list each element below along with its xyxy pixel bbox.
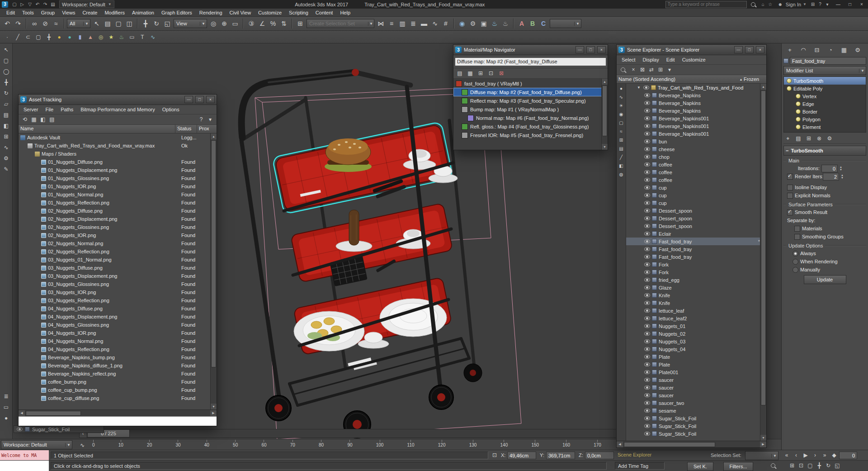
visibility-eye-icon[interactable]: [644, 301, 650, 305]
view-small-icons-icon[interactable]: ⊞: [476, 69, 485, 78]
menu-item[interactable]: Paths: [57, 107, 76, 112]
visibility-eye-icon[interactable]: [644, 201, 650, 205]
menu-item[interactable]: Modifiers: [101, 10, 128, 15]
delete-map-icon[interactable]: ⊠: [497, 69, 506, 78]
pan-view-icon[interactable]: ╋: [815, 461, 824, 470]
angle-snap-icon[interactable]: ∠: [257, 18, 268, 29]
material-navigator-title-bar[interactable]: 3 Material/Map Navigator — □ ×: [453, 45, 608, 55]
tree-item[interactable]: Dessert_spoon: [626, 214, 766, 222]
tree-root-item[interactable]: ▼ Tray_Cart_with_Red_Trays_and_Food: [626, 84, 766, 91]
y-coordinate-field[interactable]: 369,71cm: [546, 452, 575, 459]
table-row[interactable]: coffee_cup_diffuse.png Found: [19, 394, 217, 402]
zoom-icon[interactable]: [778, 461, 788, 470]
listener-icon[interactable]: ▭: [2, 403, 11, 412]
transform-lock-icon[interactable]: ⊡: [490, 451, 499, 460]
scroll-up-arrow[interactable]: ▲: [602, 79, 608, 85]
visibility-eye-icon[interactable]: [644, 309, 650, 313]
table-row[interactable]: coffee_bump.png Found: [19, 378, 217, 386]
tree-item[interactable]: lettuce_leaf: [626, 307, 766, 314]
display-containers-icon[interactable]: ◧: [618, 162, 625, 169]
modifier-stack-item[interactable]: Vertex: [784, 92, 866, 100]
refresh-assets-icon[interactable]: ⟲: [20, 115, 29, 124]
visibility-eye-icon[interactable]: [644, 224, 650, 228]
tree-item[interactable]: Fast_food_tray: [626, 253, 766, 261]
z-coordinate-field[interactable]: 0,0cm: [585, 452, 614, 459]
view-list-plus-maps-icon[interactable]: ▦: [466, 69, 475, 78]
table-row[interactable]: Beverage_Napkins_bump.png Found: [19, 353, 217, 362]
help-icon[interactable]: ?: [197, 115, 206, 124]
tree-item[interactable]: Beverage_Napkins: [626, 91, 766, 99]
table-row[interactable]: 01_Nuggets_Normal.png Found: [19, 190, 217, 199]
display-cameras-icon[interactable]: ◉: [618, 110, 625, 118]
tab-display[interactable]: ▦: [838, 44, 850, 55]
notifications-icon[interactable]: ▾: [824, 1, 831, 8]
object-name-field[interactable]: Fast_food_tray: [790, 57, 866, 65]
visibility-eye-icon[interactable]: [644, 116, 650, 120]
minimize-button[interactable]: —: [734, 46, 743, 53]
unlink-selection-icon[interactable]: ⊘: [40, 18, 51, 29]
curve-editor-icon[interactable]: ∿: [429, 18, 440, 29]
dummy-helper-icon[interactable]: ▢: [34, 33, 43, 42]
visibility-eye-icon[interactable]: [644, 124, 650, 128]
table-row[interactable]: 03_Nuggets_IOR.png Found: [19, 288, 217, 296]
tree-item[interactable]: Plate: [626, 361, 766, 368]
toggle-scene-explorer-icon[interactable]: ▥: [397, 18, 408, 29]
scroll-right-arrow[interactable]: ▶: [210, 410, 217, 416]
maximize-viewport-icon[interactable]: ◱: [833, 461, 842, 470]
crosshair-tool-icon[interactable]: ╋: [44, 33, 53, 42]
render-iterative-icon[interactable]: ♨: [500, 18, 511, 29]
display-xrefs-icon[interactable]: ▤: [618, 145, 625, 152]
table-row[interactable]: 01_Nuggets_Diffuse.png Found: [19, 158, 217, 166]
tree-item[interactable]: cup: [626, 191, 766, 199]
table-row[interactable]: 01_Nuggets_Reflection.png Found: [19, 199, 217, 207]
render-setup-icon[interactable]: ⚙: [467, 18, 478, 29]
table-row[interactable]: 02_Nuggets_Glossines.png Found: [19, 223, 217, 231]
explicit-normals-checkbox[interactable]: [787, 193, 793, 199]
menu-item[interactable]: Display: [640, 57, 662, 62]
iterations-field[interactable]: 0: [821, 165, 838, 172]
material-map-item[interactable]: Diffuse map: Map #2 (Fast_food_tray_Diff…: [453, 88, 608, 96]
point-tool-icon[interactable]: ·: [3, 33, 12, 42]
modifier-stack-item[interactable]: Edge: [784, 100, 866, 108]
display-spacewarps-icon[interactable]: ≈: [618, 128, 625, 135]
visibility-eye-icon[interactable]: [644, 170, 650, 174]
tree-item[interactable]: Dessert_spoon: [626, 207, 766, 214]
visibility-eye-icon[interactable]: [644, 432, 650, 436]
table-row[interactable]: Beverage_Napkins_reflect.png Found: [19, 370, 217, 378]
visibility-eye-icon[interactable]: [644, 332, 650, 336]
zoom-extents-icon[interactable]: ⊡: [797, 461, 806, 470]
tree-item[interactable]: chop: [626, 153, 766, 161]
tree-item[interactable]: saucer_two: [626, 399, 766, 407]
visibility-eye-icon[interactable]: [644, 93, 650, 97]
mirror-icon[interactable]: ⋈: [375, 18, 386, 29]
material-map-item[interactable]: Fresnel IOR: Map #5 (Fast_food_tray_Fres…: [453, 131, 608, 139]
select-object-icon[interactable]: ↖: [91, 18, 102, 29]
tree-item[interactable]: Plate: [626, 353, 766, 361]
visibility-eye-icon[interactable]: [644, 416, 650, 420]
layers-tool-icon[interactable]: ▤: [2, 110, 11, 119]
visibility-eye-icon[interactable]: [644, 285, 650, 290]
table-row[interactable]: 02_Nuggets_Displacement.png Found: [19, 215, 217, 223]
orbit-view-icon[interactable]: ↻: [824, 461, 833, 470]
table-row[interactable]: 03_Nuggets_Displacement.png Found: [19, 272, 217, 280]
use-pivot-point-center-icon[interactable]: ◎: [208, 18, 219, 29]
visibility-eye-icon[interactable]: [644, 186, 650, 190]
menu-item[interactable]: Options: [159, 107, 183, 112]
visibility-eye-icon[interactable]: [644, 385, 650, 390]
rendered-frame-window-icon[interactable]: ▣: [478, 18, 489, 29]
select-and-scale-icon[interactable]: ◱: [162, 18, 173, 29]
visibility-eye-icon[interactable]: [644, 232, 650, 236]
display-bones-icon[interactable]: ╱: [618, 153, 625, 161]
plane-primitive-icon[interactable]: ▭: [127, 33, 137, 42]
selection-set-dropdown[interactable]: ▼: [745, 451, 778, 460]
project-folder-icon[interactable]: ▤: [49, 1, 57, 8]
visibility-eye-icon[interactable]: [643, 86, 649, 90]
tab-utilities[interactable]: ⚙: [851, 44, 864, 55]
collapse-arrow-icon[interactable]: ▼: [637, 86, 642, 90]
rollout-header-turbosmooth[interactable]: − TurboSmooth: [783, 146, 866, 156]
rect-tool-icon[interactable]: ▢: [2, 56, 11, 65]
material-map-item[interactable]: Normal map: Map #6 (Fast_food_tray_Norma…: [453, 114, 608, 122]
menu-item[interactable]: Customize: [679, 57, 709, 62]
edit-tool-icon[interactable]: ✎: [2, 165, 11, 174]
vertical-scrollbar[interactable]: ▲ ▼: [760, 84, 766, 441]
